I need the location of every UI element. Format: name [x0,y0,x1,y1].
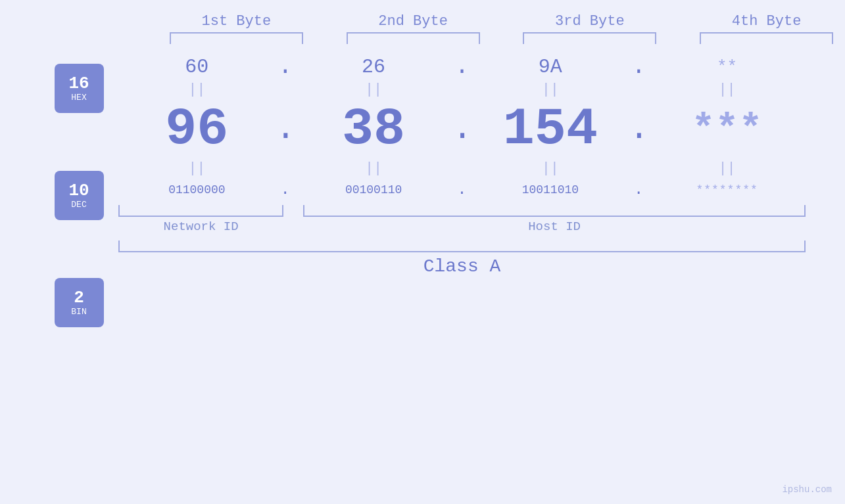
watermark: ipshu.com [782,484,832,495]
bin-b3: 10011010 [522,183,579,196]
bin-dot3: . [629,181,648,198]
hex-b3-cell: 9A [472,56,629,78]
byte3-label: 3rd Byte [555,13,625,30]
class-bracket-full [118,241,806,252]
bin-dot1: . [276,181,295,198]
hex-b1-cell: 60 [118,56,276,78]
dec-badge-label: DEC [71,200,86,210]
byte1-bracket-top [170,32,303,44]
byte2-label: 2nd Byte [378,13,448,30]
hex-badge: 16 HEX [55,64,104,113]
byte1-label: 1st Byte [202,13,272,30]
byte2-bracket-top [347,32,480,44]
dec-b1: 96 [165,99,228,159]
eq1-b4: || [648,81,806,98]
dec-badge-num: 10 [68,181,89,200]
byte1-col: 1st Byte [158,13,315,44]
eq1-b2: || [295,81,452,98]
hex-b2-cell: 26 [295,56,452,78]
class-label: Class A [118,256,806,277]
hex-b1: 60 [185,56,208,78]
hex-b3: 9A [539,56,562,78]
bracket-host [303,205,806,217]
network-id-label: Network ID [118,219,283,234]
byte4-bracket-top [700,32,833,44]
eq2-b2: || [295,160,452,177]
dec-b2-cell: 38 [295,99,452,159]
dec-dot3: . [629,110,648,149]
hex-row: 60 . 26 . 9A . ** [118,53,806,80]
dec-dot2: . [452,110,472,149]
bin-badge-num: 2 [74,288,84,308]
bin-b3-cell: 10011010 [472,183,629,196]
bin-b2-cell: 00100110 [295,183,452,196]
hex-dot1: . [276,53,295,80]
byte4-col: 4th Byte [688,13,845,44]
eq2-b3: || [472,160,629,177]
bin-badge: 2 BIN [55,278,104,327]
dec-badge: 10 DEC [55,171,104,220]
equals-row-2: || || || || [118,160,806,177]
dec-b2: 38 [342,99,405,159]
dec-row: 96 . 38 . 154 . *** [118,99,806,159]
dec-b4-cell: *** [648,107,806,152]
hex-b2: 26 [362,56,385,78]
eq1-b3: || [472,81,629,98]
eq1-b1: || [118,81,276,98]
main-area: 16 HEX 10 DEC 2 BIN 60 . 26 [39,44,806,327]
byte3-bracket-top [523,32,656,44]
hex-dot2: . [452,53,472,80]
bin-row: 01100000 . 00100110 . 10011010 . *******… [118,181,806,198]
byte3-col: 3rd Byte [512,13,669,44]
byte2-col: 2nd Byte [335,13,492,44]
dec-b1-cell: 96 [118,99,276,159]
eq2-b4: || [648,160,806,177]
rows-outer: 60 . 26 . 9A . ** || || [118,44,806,277]
hex-badge-num: 16 [68,74,89,93]
dec-b3: 154 [503,99,598,159]
hex-b4-cell: ** [648,57,806,77]
bin-b2: 00100110 [345,183,402,196]
byte4-label: 4th Byte [732,13,802,30]
dec-b3-cell: 154 [472,99,629,159]
bracket-network [118,205,283,217]
dec-dot1: . [276,110,295,149]
bin-b1: 01100000 [168,183,225,196]
badges-col: 16 HEX 10 DEC 2 BIN [39,44,118,327]
eq2-b1: || [118,160,276,177]
host-id-label: Host ID [303,219,806,234]
bin-badge-label: BIN [71,307,86,317]
hex-badge-label: HEX [71,93,86,103]
hex-dot3: . [629,53,648,80]
main-container: 1st Byte 2nd Byte 3rd Byte 4th Byte 16 H… [0,0,845,504]
bin-b4-cell: ******** [648,183,806,196]
bin-dot2: . [452,181,472,198]
hex-b4: ** [717,57,737,77]
id-labels-row: Network ID Host ID [118,219,806,234]
class-bracket-wrapper: Class A [118,241,806,277]
bracket-bottom-area [118,205,806,217]
equals-row-1: || || || || [118,81,806,98]
dec-b4: *** [692,107,763,152]
bin-b4: ******** [696,183,758,196]
bin-b1-cell: 01100000 [118,183,276,196]
